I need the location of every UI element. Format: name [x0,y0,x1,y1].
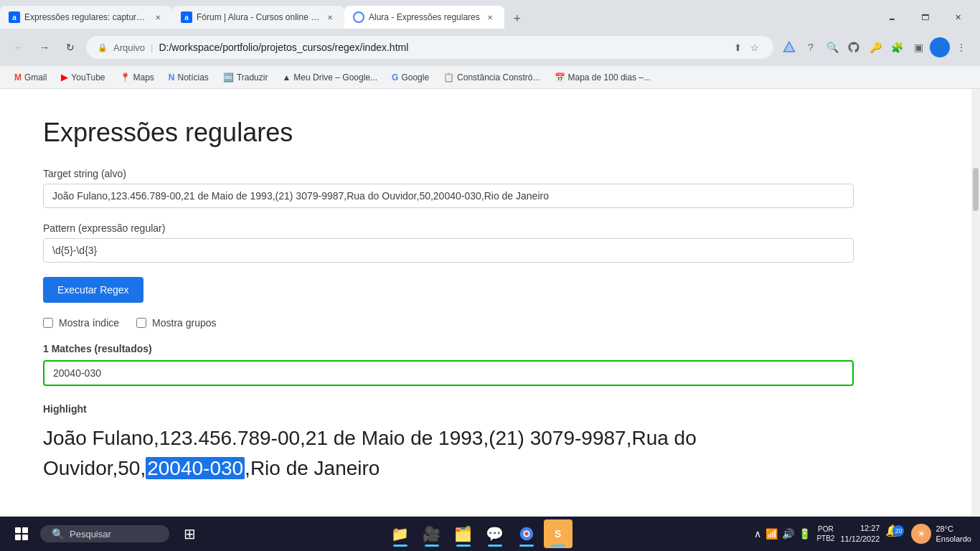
tab-2-favicon: a [181,11,192,23]
bookmark-gmail[interactable]: M Gmail [9,71,52,84]
close-button[interactable]: ✕ [941,6,974,29]
profile-button[interactable]: 👤 [930,37,950,57]
tab-3[interactable]: Alura - Expressões regulares ✕ [344,6,504,29]
checkbox-index-text: Mostra índice [59,317,119,329]
window-controls: 🗕 🗖 ✕ [875,6,980,29]
mapa100-favicon: 📅 [555,72,565,83]
menu-button[interactable]: ⋮ [951,37,971,57]
page-title: Expressões regulares [43,118,890,148]
highlight-text: João Fulano,123.456.789-00,21 de Maio de… [43,423,854,484]
youtube-favicon: ▶ [61,72,68,83]
address-separator: | [151,42,153,53]
target-string-group: Target string (alvo) [43,168,890,208]
checkbox-groups-text: Mostra grupos [152,317,216,329]
page-content: Expressões regulares Target string (alvo… [0,89,971,517]
address-lock-icon: 🔒 [98,43,108,52]
checkbox-groups-label[interactable]: Mostra grupos [136,317,216,329]
google-label: Google [401,72,429,83]
star-icon[interactable]: ☆ [748,40,762,55]
maximize-button[interactable]: 🗖 [908,6,941,29]
bookmarks-bar: M Gmail ▶ YouTube 📍 Maps N Notícias 🔤 Tr… [0,66,980,89]
bookmark-mapa100[interactable]: 📅 Mapa de 100 dias –... [549,71,656,84]
mapa100-label: Mapa de 100 dias –... [568,72,651,83]
address-url: D:/workspace/portfolio/projetos_cursos/r… [159,42,725,53]
page-inner: Expressões regulares Target string (alvo… [0,89,933,517]
bookmark-google[interactable]: G Google [386,71,435,84]
scrollbar[interactable] [971,89,980,517]
noticias-label: Notícias [178,72,209,83]
bookmark-drive[interactable]: ▲ Meu Drive – Google... [276,71,383,84]
tab-bar: a Expressões regulares: capturando... ✕ … [0,0,980,29]
forward-button[interactable]: → [34,37,55,57]
tab-2-close[interactable]: ✕ [324,11,336,23]
maps-favicon: 📍 [120,72,131,83]
tab-1[interactable]: a Expressões regulares: capturando... ✕ [0,6,172,29]
split-view-icon[interactable]: ▣ [908,37,928,57]
google-favicon: G [392,72,398,83]
toolbar-icons: ? 🔍 🔑 🧩 ▣ 👤 ⋮ [779,37,971,57]
new-tab-button[interactable]: + [507,9,527,29]
tab-1-favicon: a [9,11,20,23]
extensions-icon[interactable]: 🧩 [887,37,907,57]
address-bar-actions: ⬆ ☆ [730,40,762,55]
drive-label: Meu Drive – Google... [293,72,377,83]
content-area: Expressões regulares Target string (alvo… [0,89,980,517]
highlight-after: ,Rio de Janeiro [245,457,380,479]
highlight-label: Highlight [43,403,890,415]
github-icon[interactable] [844,37,864,57]
svg-marker-1 [784,42,795,52]
browser-window: a Expressões regulares: capturando... ✕ … [0,0,980,517]
address-bar[interactable]: 🔒 Arquivo | D:/workspace/portfolio/proje… [86,36,773,59]
bookmark-maps[interactable]: 📍 Maps [114,71,160,84]
bookmark-constancia[interactable]: 📋 Constância Constró... [438,71,545,84]
back-button[interactable]: ← [9,37,29,57]
gmail-favicon: M [14,72,22,83]
target-string-input[interactable] [43,184,854,208]
traduzir-label: Traduzir [237,72,268,83]
matches-label: 1 Matches (resultados) [43,343,890,354]
noticias-favicon: N [169,72,175,83]
checkbox-index-label[interactable]: Mostra índice [43,317,119,329]
tab-1-label: Expressões regulares: capturando... [24,12,148,22]
minimize-button[interactable]: 🗕 [875,6,908,29]
constancia-favicon: 📋 [443,72,454,83]
tab-3-favicon [353,11,364,23]
refresh-button[interactable]: ↻ [60,37,80,57]
help-icon[interactable]: ? [801,37,821,57]
pattern-label: Pattern (expressão regular) [43,222,890,234]
traduzir-favicon: 🔤 [223,72,234,83]
options-checkboxes: Mostra índice Mostra grupos [43,317,890,329]
address-bar-container: ← → ↻ 🔒 Arquivo | D:/workspace/portfolio… [0,29,980,66]
tab-3-close[interactable]: ✕ [484,11,496,23]
checkbox-groups[interactable] [136,318,146,328]
target-string-label: Target string (alvo) [43,168,890,179]
youtube-label: YouTube [71,72,105,83]
tab-3-label: Alura - Expressões regulares [369,12,480,22]
bookmark-traduzir[interactable]: 🔤 Traduzir [217,71,274,84]
bookmark-noticias[interactable]: N Notícias [163,71,215,84]
tab-1-close[interactable]: ✕ [152,11,164,23]
gmail-label: Gmail [24,72,47,83]
pattern-group: Pattern (expressão regular) [43,222,890,263]
pattern-input[interactable] [43,238,854,263]
execute-regex-button[interactable]: Executar Regex [43,277,143,303]
share-icon[interactable]: ⬆ [730,40,745,55]
constancia-label: Constância Constró... [457,72,540,83]
drive-favicon: ▲ [282,72,291,83]
password-icon[interactable]: 🔑 [865,37,885,57]
scrollbar-thumb[interactable] [973,168,979,211]
maps-label: Maps [133,72,154,83]
highlight-match: 20040-030 [146,457,245,479]
bookmark-youtube[interactable]: ▶ YouTube [55,70,110,84]
google-drive-icon[interactable] [779,37,799,57]
checkbox-index[interactable] [43,318,53,328]
address-scheme: Arquivo [113,42,145,53]
tab-2-label: Fórum | Alura - Cursos online de... [197,12,320,22]
zoom-icon[interactable]: 🔍 [822,37,842,57]
matches-output: 20040-030 [43,360,854,386]
tab-2[interactable]: a Fórum | Alura - Cursos online de... ✕ [172,6,344,29]
